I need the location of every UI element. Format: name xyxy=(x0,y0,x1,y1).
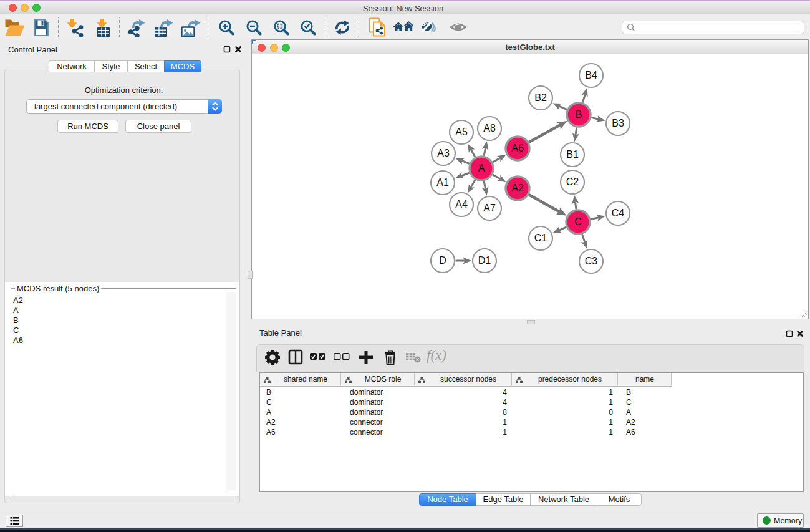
svg-text:B3: B3 xyxy=(612,118,624,128)
svg-text:A8: A8 xyxy=(483,123,496,133)
svg-text:A4: A4 xyxy=(455,199,468,210)
svg-text:B4: B4 xyxy=(585,70,597,80)
svg-text:A3: A3 xyxy=(437,148,450,158)
svg-text:A5: A5 xyxy=(455,127,468,137)
svg-text:B: B xyxy=(576,109,582,120)
svg-text:C3: C3 xyxy=(585,256,598,266)
svg-text:C2: C2 xyxy=(566,177,579,187)
svg-text:C1: C1 xyxy=(534,233,547,243)
svg-text:B1: B1 xyxy=(566,149,579,160)
svg-text:A6: A6 xyxy=(511,143,524,153)
svg-text:C4: C4 xyxy=(612,208,625,218)
svg-text:A2: A2 xyxy=(511,183,524,193)
svg-text:A1: A1 xyxy=(436,177,449,188)
svg-text:B2: B2 xyxy=(534,92,547,103)
svg-text:C: C xyxy=(574,216,582,227)
svg-text:A7: A7 xyxy=(483,203,496,213)
svg-text:D1: D1 xyxy=(478,255,491,266)
svg-text:A: A xyxy=(478,163,485,173)
svg-text:D: D xyxy=(439,255,446,266)
